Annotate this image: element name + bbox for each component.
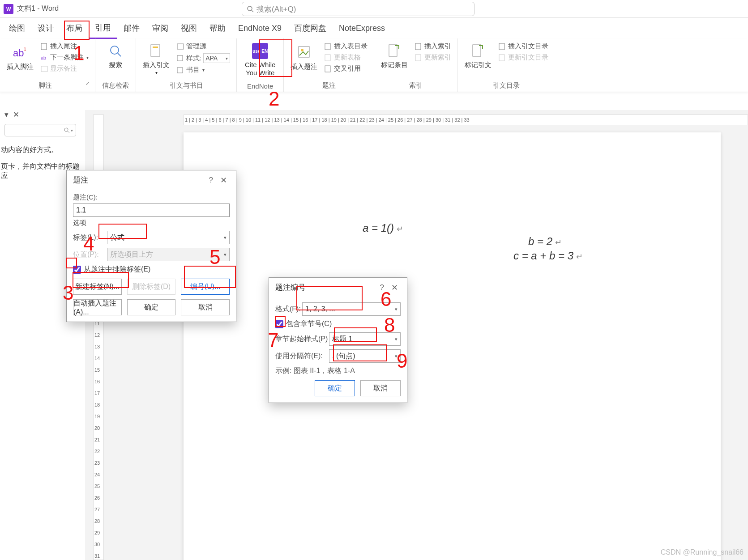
equation-3[interactable]: c = a + b = 3↵: [513, 250, 583, 262]
tab-design[interactable]: 设计: [31, 18, 60, 38]
svg-point-2: [248, 6, 252, 11]
caption-dialog: 题注 ? ✕ 题注(C): 选项 标签(L): 公式▾ 位置(P): 所选项目上…: [66, 170, 236, 322]
new-label-button[interactable]: 新建标签(N)...: [73, 279, 122, 295]
exclude-label-check[interactable]: [73, 266, 81, 274]
search-icon: [247, 5, 254, 13]
numbering-dialog-title: 题注编号: [275, 282, 306, 293]
chapter-style-select[interactable]: 标题 1▾: [329, 332, 401, 346]
svg-rect-20: [325, 66, 330, 72]
dialog-help-button[interactable]: ?: [376, 283, 389, 292]
options-label: 选项: [73, 219, 230, 227]
nav-dropdown-icon[interactable]: ▾: [4, 110, 9, 119]
tab-help[interactable]: 帮助: [203, 18, 232, 38]
svg-line-28: [68, 131, 69, 133]
insert-citation-button[interactable]: 插入引文▾: [141, 41, 172, 79]
svg-text:1: 1: [24, 47, 26, 52]
nav-search[interactable]: ▾: [4, 124, 76, 136]
chapter-style-label: 章节起始样式(P): [275, 335, 329, 344]
separator-select[interactable]: . (句点)▾: [329, 349, 401, 363]
svg-rect-24: [473, 45, 481, 56]
tab-baidu[interactable]: 百度网盘: [288, 18, 333, 38]
group-endnote: use EN Cite While You Write EndNote: [237, 38, 284, 92]
svg-point-17: [301, 49, 303, 51]
equation-2[interactable]: b = 2↵: [528, 235, 562, 248]
group-footnotes: ab1 插入脚注 插入尾注 ab下一条脚注▾ 显示备注 脚注⤢: [0, 38, 95, 92]
word-app-icon: W: [4, 4, 13, 14]
citation-style-row[interactable]: 样式:APA▾: [175, 52, 232, 64]
insert-footnote-button[interactable]: ab1 插入脚注: [4, 41, 36, 74]
equation-1[interactable]: a = 1()↵: [363, 222, 403, 234]
tab-layout[interactable]: 布局: [60, 18, 89, 38]
format-select[interactable]: 1, 2, 3, ...▾: [302, 302, 401, 316]
svg-rect-15: [177, 68, 183, 73]
format-label: 格式(F):: [275, 305, 302, 314]
insert-endnote-button[interactable]: 插入尾注: [38, 41, 90, 51]
manage-sources-button[interactable]: 管理源: [175, 41, 232, 51]
endnote-cite-button[interactable]: use EN Cite While You Write: [241, 41, 279, 79]
tab-noteexpress[interactable]: NoteExpress: [333, 19, 391, 38]
show-notes-button[interactable]: 显示备注: [38, 64, 90, 74]
group-captions: 插入题注 插入表目录 更新表格 交叉引用 题注: [284, 38, 374, 92]
tab-review[interactable]: 审阅: [146, 18, 175, 38]
update-index-button[interactable]: 更新索引: [413, 52, 453, 63]
nav-tabs: ▾ ✕: [0, 110, 81, 119]
page[interactable]: a = 1()↵ b = 2↵ c = a + b = 3↵: [184, 132, 721, 560]
include-chapter-check[interactable]: [275, 320, 283, 328]
dialog-close-button[interactable]: ✕: [218, 175, 230, 185]
tab-mailings[interactable]: 邮件: [117, 18, 146, 38]
caption-ok-button[interactable]: 确定: [127, 299, 176, 315]
search-box[interactable]: 搜索(Alt+Q): [242, 2, 474, 16]
numbering-button[interactable]: 编号(U)...: [181, 279, 230, 295]
caption-numbering-dialog: 题注编号 ? ✕ 格式(F): 1, 2, 3, ...▾ 包含章节号(C) 章…: [269, 277, 407, 403]
caption-value-input[interactable]: [73, 204, 230, 217]
footnote-dialog-launcher[interactable]: ⤢: [85, 81, 90, 91]
cross-reference-button[interactable]: 交叉引用: [322, 64, 369, 74]
example-text: 示例: 图表 II-1，表格 1-A: [275, 366, 401, 376]
auto-caption-button[interactable]: 自动插入题注(A)...: [73, 299, 122, 315]
tab-references[interactable]: 引用: [89, 18, 117, 39]
nav-close-icon[interactable]: ✕: [13, 110, 19, 119]
label-label: 标签(L):: [73, 233, 107, 242]
search-icon: [64, 127, 70, 133]
exclude-label-checkbox[interactable]: 从题注中排除标签(E): [73, 265, 230, 274]
caption-cancel-button[interactable]: 取消: [181, 299, 230, 315]
insert-index-button[interactable]: 插入索引: [413, 41, 453, 51]
next-footnote-button[interactable]: ab下一条脚注▾: [38, 52, 90, 63]
search-placeholder: 搜索(Alt+Q): [256, 4, 296, 14]
svg-rect-12: [153, 47, 158, 48]
insert-caption-button[interactable]: 插入题注: [288, 41, 320, 74]
bibliography-button[interactable]: 书目▾: [175, 65, 232, 75]
horizontal-ruler[interactable]: 1 | 2 | 3 | 4 | 5 | 6 | 7 | 8 | 9 | 10 |…: [184, 115, 748, 125]
svg-text:ab: ab: [13, 47, 24, 59]
insert-toa-button[interactable]: 插入引文目录: [496, 41, 550, 51]
watermark: CSDN @Running_snail66: [661, 548, 744, 556]
numbering-ok-button[interactable]: 确定: [315, 380, 355, 396]
svg-rect-13: [177, 44, 184, 49]
position-label: 位置(P):: [73, 250, 107, 259]
update-table-button[interactable]: 更新表格: [322, 52, 369, 63]
group-toa: 标记引文 插入引文目录 更新引文目录 引文目录: [458, 38, 555, 92]
svg-text:ab: ab: [41, 55, 46, 60]
caption-dialog-title: 题注: [73, 175, 88, 185]
position-select: 所选项目上方▾: [107, 248, 230, 261]
include-chapter-checkbox[interactable]: 包含章节号(C): [275, 319, 401, 329]
svg-rect-21: [389, 45, 397, 56]
insert-tof-button[interactable]: 插入表目录: [322, 41, 369, 51]
tab-endnote[interactable]: EndNote X9: [232, 19, 288, 38]
mark-entry-button[interactable]: 标记条目: [379, 41, 410, 71]
tab-view[interactable]: 视图: [175, 18, 203, 38]
svg-rect-6: [41, 43, 47, 50]
tab-draw[interactable]: 绘图: [3, 18, 31, 38]
numbering-cancel-button[interactable]: 取消: [360, 380, 401, 396]
label-select[interactable]: 公式▾: [107, 231, 230, 244]
mark-citation-button[interactable]: 标记引文: [462, 41, 494, 71]
svg-text:W: W: [6, 6, 11, 12]
separator-label: 使用分隔符(E):: [275, 352, 329, 361]
dialog-close-button[interactable]: ✕: [389, 283, 401, 293]
style-select[interactable]: APA▾: [203, 53, 230, 63]
svg-point-9: [111, 46, 119, 54]
update-toa-button[interactable]: 更新引文目录: [496, 52, 550, 63]
delete-label-button: 删除标签(D): [127, 279, 176, 295]
dialog-help-button[interactable]: ?: [205, 176, 218, 185]
smart-lookup-button[interactable]: 搜索: [100, 41, 131, 71]
